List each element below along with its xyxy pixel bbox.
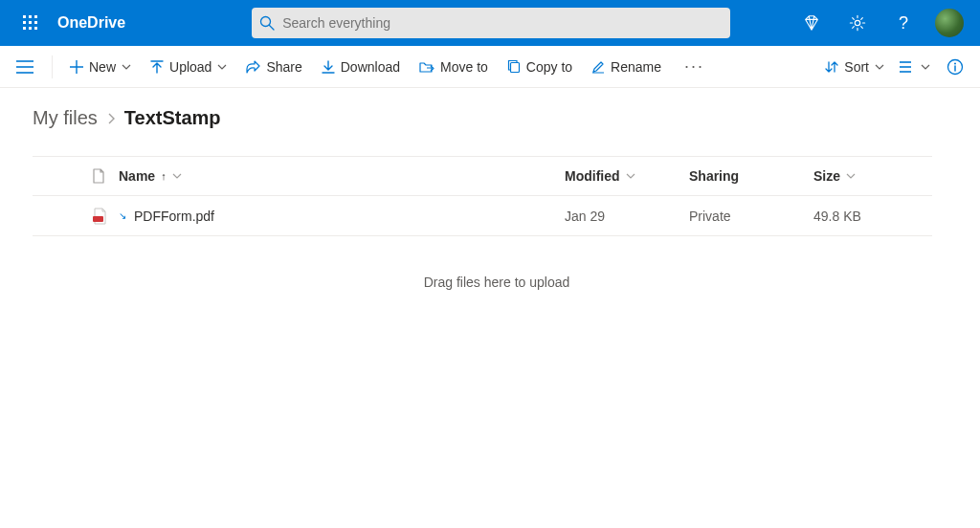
move-icon xyxy=(419,60,434,74)
ellipsis-icon: ··· xyxy=(684,56,704,76)
file-type-icon xyxy=(86,208,113,225)
hamburger-icon xyxy=(16,60,33,74)
help-button[interactable]: ? xyxy=(880,0,926,46)
column-modified-label: Modified xyxy=(565,168,620,184)
file-size: 49.8 KB xyxy=(808,209,932,224)
file-name-cell[interactable]: ↘ PDFForm.pdf xyxy=(113,209,559,224)
file-modified: Jan 29 xyxy=(559,209,683,224)
copy-icon xyxy=(507,59,521,74)
app-launcher-button[interactable] xyxy=(8,0,54,46)
share-icon xyxy=(246,60,260,74)
brand-label[interactable]: OneDrive xyxy=(54,14,137,32)
svg-rect-3 xyxy=(23,21,26,24)
premium-button[interactable] xyxy=(789,0,835,46)
waffle-icon xyxy=(23,15,38,31)
svg-rect-1 xyxy=(29,15,32,18)
sort-label: Sort xyxy=(844,59,869,75)
details-pane-button[interactable] xyxy=(940,52,970,82)
rename-icon xyxy=(591,60,605,74)
rename-label: Rename xyxy=(611,59,661,75)
sync-badge-icon: ↘ xyxy=(119,210,126,221)
upload-label: Upload xyxy=(169,59,212,75)
search-container xyxy=(252,8,730,38)
column-icon xyxy=(86,168,113,184)
breadcrumb: My files TextStamp xyxy=(33,107,961,129)
more-commands-button[interactable]: ··· xyxy=(675,56,714,77)
column-size-label: Size xyxy=(813,168,840,184)
nav-toggle-button[interactable] xyxy=(10,52,40,82)
move-to-label: Move to xyxy=(440,59,488,75)
chevron-down-icon xyxy=(122,64,131,70)
file-sharing: Private xyxy=(683,209,808,224)
pdf-icon xyxy=(92,208,107,225)
breadcrumb-root[interactable]: My files xyxy=(33,107,98,129)
search-input[interactable] xyxy=(282,15,723,31)
svg-rect-6 xyxy=(23,27,26,30)
info-icon xyxy=(947,58,964,76)
download-icon xyxy=(322,60,335,74)
sort-button[interactable]: Sort xyxy=(819,52,890,82)
chevron-down-icon xyxy=(846,173,856,179)
svg-rect-7 xyxy=(29,27,32,30)
breadcrumb-current: TextStamp xyxy=(124,107,221,129)
chevron-down-icon xyxy=(626,173,635,179)
gear-icon xyxy=(849,14,866,32)
upload-button[interactable]: Upload xyxy=(145,52,233,82)
suite-header: OneDrive ? xyxy=(0,0,980,46)
view-icon xyxy=(900,60,917,74)
column-name-label: Name xyxy=(119,168,155,184)
search-box[interactable] xyxy=(252,8,730,38)
chevron-down-icon xyxy=(875,64,884,70)
header-actions: ? xyxy=(789,0,972,46)
column-size[interactable]: Size xyxy=(808,168,932,184)
column-sharing[interactable]: Sharing xyxy=(683,168,808,184)
svg-line-10 xyxy=(270,26,275,31)
command-bar: New Upload Share Download xyxy=(0,46,980,88)
rename-button[interactable]: Rename xyxy=(586,52,667,82)
download-label: Download xyxy=(341,59,400,75)
svg-point-20 xyxy=(954,62,956,64)
move-to-button[interactable]: Move to xyxy=(413,52,494,82)
svg-rect-0 xyxy=(23,15,26,18)
diamond-icon xyxy=(803,14,820,32)
help-icon: ? xyxy=(899,13,908,33)
svg-rect-5 xyxy=(34,21,37,24)
view-options-button[interactable] xyxy=(900,52,930,82)
share-button[interactable]: Share xyxy=(240,52,307,82)
svg-point-11 xyxy=(855,20,859,25)
svg-rect-2 xyxy=(34,15,37,18)
file-table: Name ↑ Modified Sharing Size xyxy=(33,156,932,236)
svg-point-9 xyxy=(261,17,271,27)
file-name: PDFForm.pdf xyxy=(134,209,214,224)
chevron-right-icon xyxy=(107,113,115,124)
svg-rect-4 xyxy=(29,21,32,24)
avatar-icon xyxy=(935,9,964,37)
download-button[interactable]: Download xyxy=(316,52,406,82)
upload-icon xyxy=(150,60,164,74)
chevron-down-icon xyxy=(172,173,182,179)
divider xyxy=(52,55,53,78)
copy-to-label: Copy to xyxy=(526,59,572,75)
new-label: New xyxy=(89,59,116,75)
search-icon xyxy=(259,15,275,31)
file-icon xyxy=(92,168,105,184)
sort-icon xyxy=(825,60,838,74)
settings-button[interactable] xyxy=(835,0,880,46)
svg-rect-8 xyxy=(34,27,37,30)
copy-to-button[interactable]: Copy to xyxy=(501,52,578,82)
sort-asc-icon: ↑ xyxy=(161,170,167,182)
plus-icon xyxy=(70,60,83,74)
table-row[interactable]: ↘ PDFForm.pdf Jan 29 Private 49.8 KB xyxy=(33,196,932,236)
chevron-down-icon xyxy=(921,64,930,70)
column-sharing-label: Sharing xyxy=(689,168,739,184)
column-modified[interactable]: Modified xyxy=(559,168,683,184)
table-header: Name ↑ Modified Sharing Size xyxy=(33,156,932,196)
new-button[interactable]: New xyxy=(64,52,137,82)
svg-rect-15 xyxy=(510,63,519,73)
main-content: My files TextStamp Name ↑ Modified xyxy=(0,88,980,528)
svg-rect-22 xyxy=(93,216,103,222)
column-name[interactable]: Name ↑ xyxy=(113,168,559,184)
chevron-down-icon xyxy=(217,64,227,70)
share-label: Share xyxy=(266,59,301,75)
account-button[interactable] xyxy=(926,0,972,46)
